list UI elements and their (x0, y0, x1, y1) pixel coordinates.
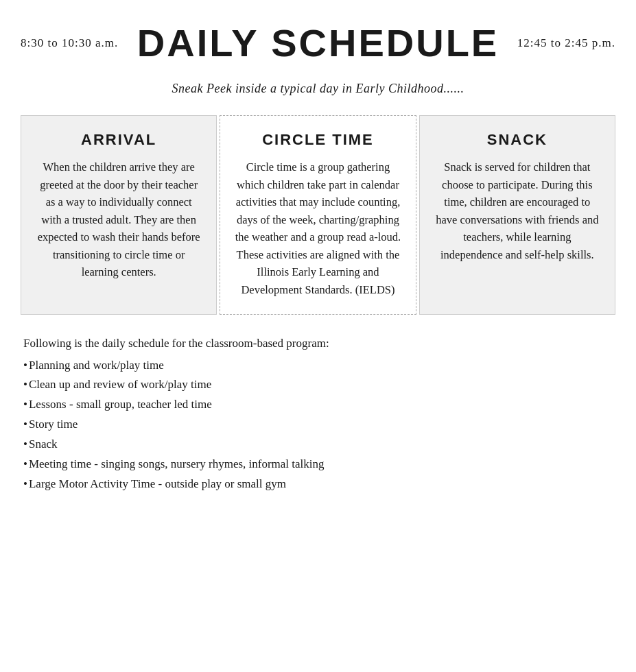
list-item: Lessons - small group, teacher led time (23, 395, 613, 415)
list-item: Meeting time - singing songs, nursery rh… (23, 455, 613, 475)
circle-heading: Circle Time (234, 131, 401, 149)
subtitle: Sneak Peek inside a typical day in Early… (21, 82, 615, 96)
schedule-list: Planning and work/play timeClean up and … (23, 356, 613, 494)
arrival-heading: Arrival (35, 131, 202, 149)
list-item: Snack (23, 435, 613, 455)
header: 8:30 to 10:30 a.m. Daily Schedule 12:45 … (21, 14, 615, 69)
list-item: Large Motor Activity Time - outside play… (23, 475, 613, 494)
list-item: Story time (23, 415, 613, 435)
list-item: Clean up and review of work/play time (23, 375, 613, 395)
arrival-column: Arrival When the children arrive they ar… (21, 115, 217, 315)
header-time-left: 8:30 to 10:30 a.m. (21, 36, 118, 50)
page-container: 8:30 to 10:30 a.m. Daily Schedule 12:45 … (0, 0, 636, 672)
snack-column: Snack Snack is served for children that … (419, 115, 615, 315)
page-title: Daily Schedule (137, 21, 499, 65)
schedule-section: Following is the daily schedule for the … (21, 337, 615, 494)
circle-body: Circle time is a group gathering which c… (234, 158, 401, 299)
arrival-body: When the children arrive they are greete… (35, 158, 202, 281)
header-time-right: 12:45 to 2:45 p.m. (517, 36, 615, 50)
snack-heading: Snack (434, 131, 601, 149)
list-item: Planning and work/play time (23, 356, 613, 376)
circle-time-column: Circle Time Circle time is a group gathe… (220, 115, 416, 315)
snack-body: Snack is served for children that choose… (434, 158, 601, 263)
columns-section: Arrival When the children arrive they ar… (21, 115, 615, 315)
schedule-intro: Following is the daily schedule for the … (23, 337, 613, 350)
